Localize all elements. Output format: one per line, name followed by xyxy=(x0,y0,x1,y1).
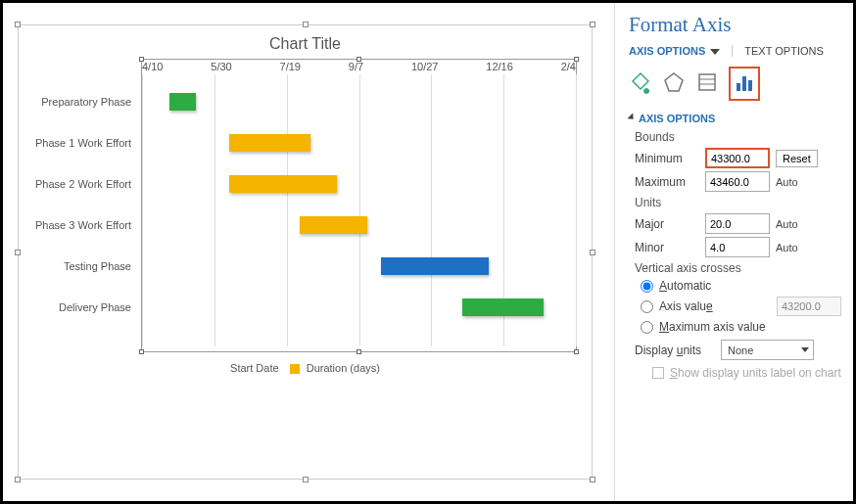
reset-button[interactable]: Reset xyxy=(776,150,818,167)
category-label: Delivery Phase xyxy=(29,301,137,313)
legend-item-start: Start Date xyxy=(230,362,279,374)
tab-axis-options[interactable]: AXIS OPTIONS xyxy=(629,45,720,57)
axis-value-input xyxy=(777,297,841,316)
app-window: Chart Title 4/105/307/199/710/2712/162/4… xyxy=(0,0,856,504)
chevron-down-icon xyxy=(710,49,720,55)
major-unit-input[interactable] xyxy=(705,213,770,234)
legend[interactable]: Start Date Duration (days) xyxy=(33,362,577,374)
svg-rect-6 xyxy=(748,80,752,91)
gantt-bar[interactable] xyxy=(462,298,544,316)
radio-max-value[interactable] xyxy=(641,321,653,334)
svg-rect-1 xyxy=(699,74,715,90)
display-units-select[interactable]: None xyxy=(721,340,814,360)
legend-item-duration: Duration (days) xyxy=(307,362,380,374)
legend-swatch-icon xyxy=(290,364,300,374)
minor-unit-input[interactable] xyxy=(705,237,770,257)
svg-marker-0 xyxy=(665,73,683,91)
chart-title[interactable]: Chart Title xyxy=(33,35,577,53)
gantt-bar[interactable] xyxy=(229,134,310,152)
horizontal-axis[interactable]: 4/105/307/199/710/2712/162/4 Preparatory… xyxy=(141,59,577,352)
gantt-bar[interactable] xyxy=(169,93,197,111)
gantt-bar[interactable] xyxy=(381,257,490,275)
fill-line-icon[interactable] xyxy=(629,70,652,97)
major-label: Major xyxy=(635,217,699,231)
units-label: Units xyxy=(635,196,841,209)
expand-caret-icon xyxy=(627,113,636,121)
category-label: Phase 2 Work Effort xyxy=(29,178,137,190)
radio-automatic[interactable] xyxy=(641,280,653,293)
axis-ticks: 4/105/307/199/710/2712/162/4 xyxy=(142,60,576,74)
radio-axis-value[interactable] xyxy=(641,300,653,313)
svg-rect-4 xyxy=(737,83,740,91)
svg-rect-5 xyxy=(742,76,746,91)
category-label: Testing Phase xyxy=(29,260,137,272)
minimum-label: Minimum xyxy=(635,152,699,165)
display-units-label: Display units xyxy=(635,344,713,357)
category-label: Phase 3 Work Effort xyxy=(29,219,137,231)
chart-frame[interactable]: Chart Title 4/105/307/199/710/2712/162/4… xyxy=(18,24,593,480)
show-units-label-check: Show display units label on chart xyxy=(652,366,841,380)
radio-axis-value-label: Axis value xyxy=(659,299,713,313)
minor-auto: Auto xyxy=(776,242,811,253)
crosses-label: Vertical axis crosses xyxy=(635,261,841,275)
maximum-label: Maximum xyxy=(635,175,699,189)
chevron-down-icon xyxy=(801,347,809,352)
effects-icon[interactable] xyxy=(662,70,686,97)
major-auto: Auto xyxy=(776,218,811,230)
format-axis-pane: Format Axis AXIS OPTIONS TEXT OPTIONS AX… xyxy=(614,3,853,501)
bounds-label: Bounds xyxy=(635,130,841,144)
maximum-auto: Auto xyxy=(776,176,811,188)
category-label: Phase 1 Work Effort xyxy=(29,137,137,149)
maximum-input[interactable] xyxy=(705,171,770,192)
radio-max-value-label: Maximum axis value xyxy=(659,320,766,334)
pane-title: Format Axis xyxy=(629,13,841,37)
size-properties-icon[interactable] xyxy=(695,70,719,97)
axis-options-icon[interactable] xyxy=(729,67,760,101)
chart-area: Chart Title 4/105/307/199/710/2712/162/4… xyxy=(3,3,614,501)
tab-text-options[interactable]: TEXT OPTIONS xyxy=(744,45,823,57)
minor-label: Minor xyxy=(635,241,699,254)
radio-automatic-label: Automatic xyxy=(659,279,711,293)
minimum-input[interactable] xyxy=(705,148,770,168)
gantt-bar[interactable] xyxy=(229,175,338,193)
category-label: Preparatory Phase xyxy=(29,96,137,108)
plot-area: Preparatory PhasePhase 1 Work EffortPhas… xyxy=(142,74,576,346)
gantt-bar[interactable] xyxy=(300,216,367,234)
section-axis-options[interactable]: AXIS OPTIONS xyxy=(629,113,841,124)
